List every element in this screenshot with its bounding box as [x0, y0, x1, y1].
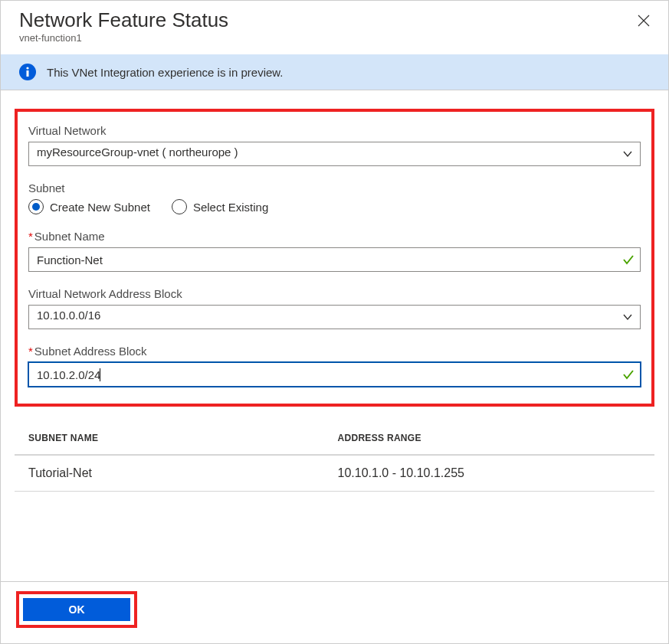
- checkmark-icon: [622, 253, 635, 266]
- panel-footer: OK: [1, 581, 668, 643]
- radio-icon: [28, 199, 44, 214]
- virtual-network-select[interactable]: myResourceGroup-vnet ( northeurope ): [28, 142, 641, 166]
- radio-select-existing[interactable]: Select Existing: [172, 199, 268, 214]
- close-button[interactable]: [635, 11, 653, 30]
- panel-subtitle: vnet-function1: [19, 32, 650, 44]
- col-address-range: ADDRESS RANGE: [338, 433, 648, 443]
- subnet-name-input-wrapper: [28, 247, 641, 272]
- subnet-address-block-input-wrapper: 10.10.2.0/24: [28, 362, 641, 387]
- vnet-address-block-select[interactable]: 10.10.0.0/16: [28, 305, 641, 329]
- subnet-address-block-input[interactable]: 10.10.2.0/24: [28, 362, 641, 387]
- svg-point-1: [26, 67, 28, 69]
- ok-button[interactable]: OK: [23, 598, 130, 621]
- panel-header: Network Feature Status vnet-function1: [1, 1, 668, 54]
- ok-button-highlight: OK: [16, 591, 137, 628]
- required-marker: *: [28, 230, 33, 243]
- virtual-network-label: Virtual Network: [28, 124, 641, 137]
- highlighted-form-section: Virtual Network myResourceGroup-vnet ( n…: [15, 109, 654, 407]
- existing-subnets-table: SUBNET NAME ADDRESS RANGE Tutorial-Net 1…: [15, 422, 654, 492]
- cell-address-range: 10.10.1.0 - 10.10.1.255: [338, 466, 648, 480]
- panel-title: Network Feature Status: [19, 8, 650, 32]
- required-marker: *: [28, 345, 33, 358]
- close-icon: [638, 15, 650, 27]
- info-icon: [19, 64, 36, 80]
- subnet-name-label: *Subnet Name: [28, 230, 641, 243]
- vnet-address-block-label: Virtual Network Address Block: [28, 287, 641, 300]
- virtual-network-value: myResourceGroup-vnet ( northeurope ): [28, 142, 641, 166]
- form-area: Virtual Network myResourceGroup-vnet ( n…: [1, 90, 668, 499]
- subnet-name-input[interactable]: [28, 247, 641, 272]
- info-banner-text: This VNet Integration experience is in p…: [47, 66, 284, 79]
- col-subnet-name: SUBNET NAME: [28, 433, 338, 443]
- svg-rect-2: [27, 70, 29, 77]
- table-row: Tutorial-Net 10.10.1.0 - 10.10.1.255: [15, 456, 654, 492]
- radio-create-new-subnet[interactable]: Create New Subnet: [28, 199, 150, 214]
- table-header: SUBNET NAME ADDRESS RANGE: [15, 422, 654, 456]
- subnet-address-block-field: *Subnet Address Block 10.10.2.0/24: [28, 345, 641, 387]
- subnet-mode-label: Subnet: [28, 181, 641, 195]
- info-banner: This VNet Integration experience is in p…: [1, 54, 668, 90]
- text-caret: [100, 368, 100, 381]
- subnet-name-field: *Subnet Name: [28, 230, 641, 272]
- subnet-mode-field: Subnet Create New Subnet Select Existing: [28, 181, 641, 214]
- virtual-network-field: Virtual Network myResourceGroup-vnet ( n…: [28, 124, 641, 166]
- radio-select-existing-label: Select Existing: [193, 201, 268, 214]
- vnet-address-block-field: Virtual Network Address Block 10.10.0.0/…: [28, 287, 641, 329]
- subnet-address-block-label: *Subnet Address Block: [28, 345, 641, 358]
- cell-subnet-name: Tutorial-Net: [28, 466, 338, 480]
- vnet-address-block-value: 10.10.0.0/16: [28, 305, 641, 329]
- radio-create-new-label: Create New Subnet: [50, 201, 150, 214]
- checkmark-icon: [622, 368, 635, 381]
- radio-icon: [172, 199, 187, 214]
